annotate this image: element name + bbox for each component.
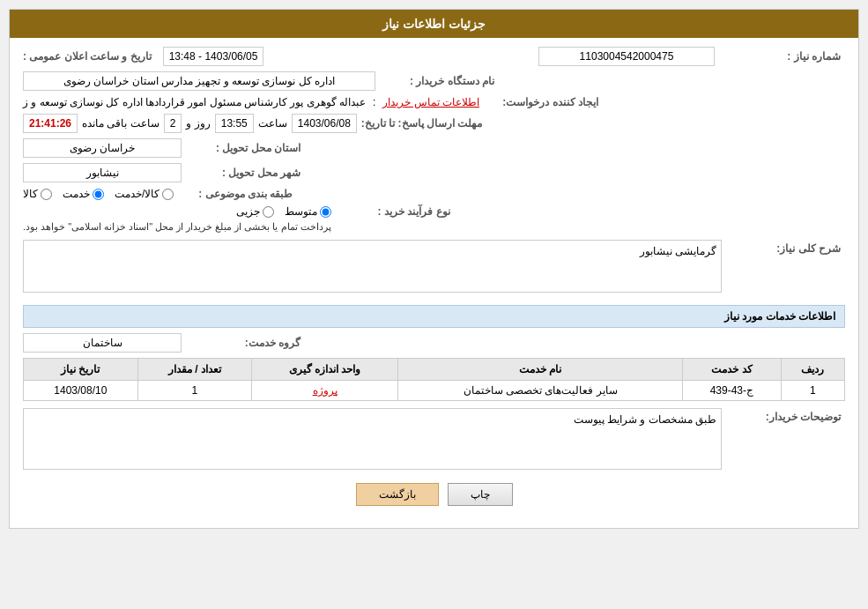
province-label: استان محل تحویل : <box>182 142 305 154</box>
service-group-value: ساختمان <box>23 333 182 353</box>
announce-time: 13:48 <box>169 50 196 63</box>
general-desc-label: شرح کلی نیاز: <box>722 240 845 255</box>
category-radio-kala-khedmat[interactable] <box>162 189 174 200</box>
purchase-type-note: پرداخت تمام یا بخشی از مبلغ خریدار از مح… <box>23 221 331 233</box>
purchase-type-motaset: متوسط <box>285 205 331 218</box>
purchase-label-jozei: جزیی <box>236 205 260 218</box>
category-label-khedmat: خدمت <box>63 188 90 200</box>
creator-label: ایجاد کننده درخواست: <box>479 96 603 108</box>
response-time-value: 13:55 <box>215 114 254 133</box>
response-time-label: ساعت <box>258 117 287 130</box>
category-label-kala-khedmat: کالا/خدمت <box>115 188 160 200</box>
services-table: ردیف کد خدمت نام خدمت واحد اندازه گیری ت… <box>23 358 845 401</box>
response-day-label: روز و <box>186 117 210 130</box>
buyer-org-label: نام دستگاه خریدار : <box>375 75 499 87</box>
creator-value: عبداله گوهری پور کارشناس مسئول امور قرار… <box>23 96 366 108</box>
purchase-radio-motaset[interactable] <box>320 206 331 218</box>
buyer-desc-container: طبق مشخصات و شرایط پیوست <box>23 408 722 470</box>
purchase-type-options: متوسط جزیی <box>23 205 331 218</box>
province-value: خراسان رضوی <box>23 138 182 158</box>
category-radio-kala[interactable] <box>41 189 52 200</box>
buyer-org-value: اداره کل نوسازی توسعه و تجهیز مدارس استا… <box>23 71 375 91</box>
category-options: کالا/خدمت خدمت کالا <box>23 188 174 200</box>
need-number-label: شماره نیاز : <box>722 50 845 63</box>
announce-dash: - <box>196 50 202 63</box>
col-name: نام خدمت <box>398 359 683 381</box>
announce-datetime-value: 1403/06/05 - 13:48 <box>163 47 264 66</box>
announce-date: 1403/06/05 <box>204 50 257 63</box>
table-row: 1 ج-43-439 سایر فعالیت‌های تخصصی ساختمان… <box>24 381 845 401</box>
cell-code: ج-43-439 <box>683 381 782 401</box>
response-date-value: 1403/06/08 <box>292 114 357 133</box>
category-option-khedmat: خدمت <box>63 188 104 200</box>
response-remaining-value: 21:41:26 <box>23 114 78 133</box>
print-button[interactable]: چاپ <box>448 483 513 506</box>
general-desc-value: گرمایشی نیشابور <box>23 240 722 293</box>
cell-date: 1403/08/10 <box>24 381 138 401</box>
col-code: کد خدمت <box>683 359 782 381</box>
creator-separator: : <box>373 96 375 108</box>
col-quantity: تعداد / مقدار <box>137 359 252 381</box>
buyer-desc-value: طبق مشخصات و شرایط پیوست <box>23 408 722 470</box>
bottom-buttons: چاپ بازگشت <box>23 483 845 506</box>
need-number-value: 1103004542000475 <box>538 47 715 66</box>
category-option-kala-khedmat: کالا/خدمت <box>115 188 174 200</box>
col-date: تاریخ نیاز <box>24 359 138 381</box>
category-radio-khedmat[interactable] <box>93 189 104 200</box>
response-days-value: 2 <box>164 114 182 133</box>
cell-row: 1 <box>781 381 844 401</box>
service-group-label: گروه خدمت: <box>182 337 305 349</box>
purchase-radio-jozei[interactable] <box>263 206 274 218</box>
city-label: شهر محل تحویل : <box>182 167 305 179</box>
response-deadline-label: مهلت ارسال پاسخ: تا تاریخ: <box>361 117 486 130</box>
category-option-kala: کالا <box>23 188 52 200</box>
col-row: ردیف <box>781 359 844 381</box>
announce-datetime-label: تاریخ و ساعت اعلان عمومی : <box>23 50 156 63</box>
category-label: طبقه بندی موضوعی : <box>174 188 297 200</box>
col-unit: واحد اندازه گیری <box>252 359 398 381</box>
purchase-type-jozei: جزیی <box>236 205 274 218</box>
cell-name: سایر فعالیت‌های تخصصی ساختمان <box>398 381 683 401</box>
purchase-type-label: نوع فرآیند خرید : <box>331 205 455 218</box>
back-button[interactable]: بازگشت <box>356 483 439 506</box>
city-value: نیشابور <box>23 163 182 182</box>
cell-unit: پروژه <box>252 381 398 401</box>
response-remaining-label: ساعت باقی مانده <box>82 117 160 130</box>
category-label-kala: کالا <box>23 188 38 200</box>
buyer-desc-label: توضیحات خریدار: <box>722 408 845 423</box>
purchase-label-motaset: متوسط <box>285 205 317 218</box>
page-title: جزئیات اطلاعات نیاز <box>10 10 858 38</box>
services-section-title: اطلاعات خدمات مورد نیاز <box>23 305 845 328</box>
creator-contact-link[interactable]: اطلاعات تماس خریدار <box>382 96 479 108</box>
general-desc-container: گرمایشی نیشابور <box>23 240 722 296</box>
cell-quantity: 1 <box>137 381 252 401</box>
